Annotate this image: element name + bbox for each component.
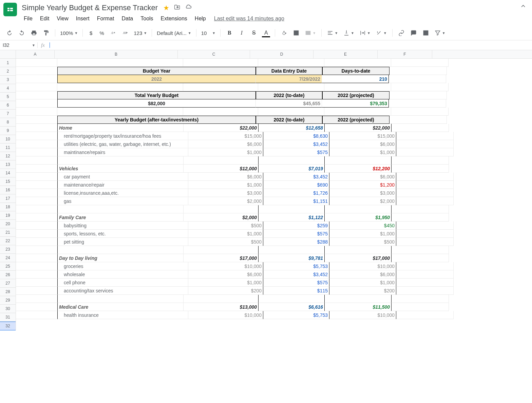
cell-sub[interactable]: gas [57,197,188,205]
cell-val[interactable]: $10,000 [188,311,263,319]
filter-icon[interactable]: ▼ [433,28,448,38]
cell-val[interactable]: $288 [263,238,329,246]
cell[interactable] [258,83,324,91]
cell[interactable] [259,295,325,303]
col-F[interactable]: F [378,50,432,58]
cell-sub[interactable]: utilities (electric, gas, water, garbage… [57,140,188,148]
cell[interactable] [390,91,447,99]
cell[interactable] [259,246,325,254]
cell-sub[interactable]: groceries [57,262,188,270]
cell-sub[interactable]: cell phone [57,279,188,287]
cell-val[interactable]: $8,630 [263,132,329,140]
cell[interactable] [16,181,57,189]
cell[interactable] [184,295,259,303]
doc-title[interactable]: Simple Yearly Budget & Expense Tracker [21,3,158,13]
cell[interactable] [183,59,258,67]
cell[interactable] [16,165,57,173]
row-head[interactable]: 32 [0,322,16,330]
cell[interactable] [184,205,259,213]
cell-val[interactable]: $2,000 [329,197,396,205]
cell[interactable] [389,99,446,108]
cell-val[interactable]: $12,000 [184,165,259,173]
col-E[interactable]: E [314,50,378,58]
row-head[interactable]: 31 [0,313,16,322]
cell[interactable] [16,311,57,319]
decrease-decimal-icon[interactable]: .0 [108,28,119,38]
cell-val[interactable]: $5,753 [263,311,329,319]
cell[interactable] [16,303,57,311]
cell-budget-year-hdr[interactable]: Budget Year [57,67,256,75]
cell[interactable] [16,75,57,83]
row-head[interactable]: 16 [0,186,16,194]
cell-yb-td-hdr[interactable]: 2022 (to-date) [256,116,322,124]
cell-val[interactable]: $15,000 [188,132,263,140]
row-head[interactable]: 17 [0,194,16,203]
sheets-logo[interactable] [3,3,17,16]
cell[interactable] [396,132,454,140]
cell[interactable] [184,246,259,254]
cell[interactable] [325,246,392,254]
cell-val[interactable]: $1,000 [329,230,396,238]
cell-val[interactable]: $7,019 [259,165,325,173]
select-all-corner[interactable] [0,50,16,58]
cell[interactable] [396,238,454,246]
row-head[interactable]: 14 [0,169,16,177]
row-head[interactable]: 21 [0,228,16,237]
cell[interactable] [396,230,454,238]
cell-yb-pj-hdr[interactable]: 2022 (projected) [322,116,390,124]
cell[interactable] [16,108,57,116]
cell-val[interactable]: $22,000 [325,124,392,132]
cell[interactable] [16,148,57,156]
menu-view[interactable]: View [54,14,71,23]
cell-td-hdr[interactable]: 2022 (to-date) [256,91,322,99]
name-box[interactable]: I32▼ [0,42,38,48]
cell-val[interactable]: $3,452 [263,270,329,279]
cell-sub[interactable]: maintinance/repairs [57,148,188,156]
cell[interactable] [392,165,449,173]
cell-sub[interactable]: rent/mortgage/property tax/insurance/hoa… [57,132,188,140]
cell-val[interactable]: $575 [263,279,329,287]
cell-val[interactable]: $575 [263,148,329,156]
cell[interactable] [392,246,449,254]
zoom-select[interactable]: 100%▼ [59,29,79,37]
cell-val[interactable]: $12,658 [259,124,325,132]
cell-val[interactable]: $1,950 [325,213,392,222]
cell[interactable] [396,222,454,230]
increase-decimal-icon[interactable]: .00 [120,28,131,38]
cell-val[interactable]: $2,000 [188,197,263,205]
cell[interactable] [16,238,57,246]
cell[interactable] [57,205,184,213]
cell-val[interactable]: $17,000 [325,254,392,262]
cell-val[interactable]: $1,000 [329,148,396,156]
text-color-icon[interactable]: A [261,28,271,38]
currency-button[interactable]: $ [86,29,96,37]
cell-val[interactable]: $1,000 [188,230,263,238]
row-head[interactable]: 10 [0,135,16,143]
row-head[interactable]: 23 [0,245,16,254]
cell[interactable] [396,279,454,287]
row-head[interactable]: 27 [0,279,16,288]
cell[interactable] [16,116,57,124]
cell[interactable] [16,230,57,238]
cell[interactable] [389,75,446,83]
cell[interactable] [16,205,57,213]
cell-val[interactable]: $1,200 [329,181,396,189]
cell[interactable] [16,132,57,140]
row-head[interactable]: 24 [0,254,16,262]
row-head[interactable]: 9 [0,127,16,135]
cell-sub[interactable]: wholesale [57,270,188,279]
row-head[interactable]: 28 [0,288,16,296]
cell-pj-hdr[interactable]: 2022 (projected) [322,91,390,99]
cell[interactable] [396,197,454,205]
cell-val[interactable]: $15,000 [329,132,396,140]
cell[interactable] [324,108,391,116]
percent-button[interactable]: % [97,29,107,37]
cell-val[interactable]: $12,200 [325,165,392,173]
cell-val[interactable]: $3,000 [329,189,396,197]
menu-file[interactable]: File [21,14,35,23]
cell-cat[interactable]: Vehicles [57,165,184,173]
cell-val[interactable]: $6,000 [188,173,263,181]
cell-sub[interactable]: maintenance/repair [57,181,188,189]
cell-val[interactable]: $6,000 [329,270,396,279]
cell[interactable] [258,59,324,67]
